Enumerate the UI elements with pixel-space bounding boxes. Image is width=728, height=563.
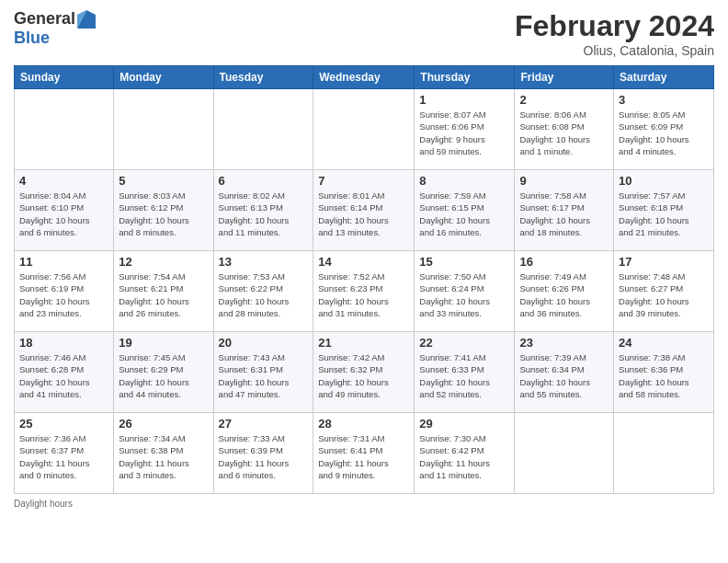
day-info: Sunrise: 8:04 AMSunset: 6:10 PMDaylight:… [19,190,108,238]
day-info: Sunrise: 7:38 AMSunset: 6:36 PMDaylight:… [619,351,709,400]
weekday-header: Thursday [415,66,515,89]
day-number: 29 [419,417,509,431]
day-info: Sunrise: 8:05 AMSunset: 6:09 PMDaylight:… [619,109,709,157]
calendar-cell: 23Sunrise: 7:39 AMSunset: 6:34 PMDayligh… [515,332,614,413]
title-block: February 2024 Olius, Catalonia, Spain [515,9,714,58]
day-number: 10 [619,174,709,188]
day-number: 3 [619,93,709,107]
calendar-cell: 19Sunrise: 7:45 AMSunset: 6:29 PMDayligh… [114,332,213,413]
day-info: Sunrise: 7:46 AMSunset: 6:28 PMDaylight:… [19,351,108,400]
calendar: SundayMondayTuesdayWednesdayThursdayFrid… [14,65,714,494]
calendar-cell: 25Sunrise: 7:36 AMSunset: 6:37 PMDayligh… [15,413,114,494]
day-info: Sunrise: 7:57 AMSunset: 6:18 PMDaylight:… [619,190,709,238]
logo-icon [77,10,96,29]
day-number: 17 [619,255,709,269]
footer: Daylight hours [14,499,714,509]
calendar-cell [114,89,213,170]
calendar-cell: 17Sunrise: 7:48 AMSunset: 6:27 PMDayligh… [614,251,714,332]
day-number: 25 [19,417,108,431]
header: General Blue February 2024 Olius, Catalo… [14,9,714,58]
day-info: Sunrise: 7:52 AMSunset: 6:23 PMDaylight:… [318,270,409,319]
weekday-row: SundayMondayTuesdayWednesdayThursdayFrid… [15,66,714,89]
calendar-cell: 10Sunrise: 7:57 AMSunset: 6:18 PMDayligh… [614,170,714,251]
calendar-cell: 15Sunrise: 7:50 AMSunset: 6:24 PMDayligh… [415,251,515,332]
calendar-cell [515,413,614,494]
day-number: 24 [619,336,709,350]
day-info: Sunrise: 7:36 AMSunset: 6:37 PMDaylight:… [19,432,108,481]
day-number: 22 [419,336,509,350]
footer-text: Daylight hours [14,499,73,509]
calendar-week-row: 4Sunrise: 8:04 AMSunset: 6:10 PMDaylight… [15,170,714,251]
weekday-header: Wednesday [313,66,415,89]
day-info: Sunrise: 7:42 AMSunset: 6:32 PMDaylight:… [318,351,409,400]
weekday-header: Tuesday [213,66,313,89]
calendar-cell: 7Sunrise: 8:01 AMSunset: 6:14 PMDaylight… [313,170,415,251]
calendar-header: SundayMondayTuesdayWednesdayThursdayFrid… [15,66,714,89]
logo: General Blue [14,9,96,48]
calendar-cell [313,89,415,170]
calendar-cell: 20Sunrise: 7:43 AMSunset: 6:31 PMDayligh… [213,332,313,413]
day-number: 7 [318,174,409,188]
day-number: 5 [119,174,208,188]
page: General Blue February 2024 Olius, Catalo… [0,0,728,563]
day-info: Sunrise: 8:06 AMSunset: 6:08 PMDaylight:… [519,109,609,157]
day-number: 4 [19,174,108,188]
day-info: Sunrise: 7:41 AMSunset: 6:33 PMDaylight:… [419,351,509,400]
day-info: Sunrise: 7:30 AMSunset: 6:42 PMDaylight:… [419,432,509,481]
calendar-cell: 11Sunrise: 7:56 AMSunset: 6:19 PMDayligh… [15,251,114,332]
calendar-cell: 1Sunrise: 8:07 AMSunset: 6:06 PMDaylight… [415,89,515,170]
day-info: Sunrise: 7:56 AMSunset: 6:19 PMDaylight:… [19,270,108,319]
day-number: 21 [318,336,409,350]
day-number: 6 [219,174,309,188]
calendar-cell: 14Sunrise: 7:52 AMSunset: 6:23 PMDayligh… [313,251,415,332]
calendar-cell: 22Sunrise: 7:41 AMSunset: 6:33 PMDayligh… [415,332,515,413]
location: Olius, Catalonia, Spain [515,43,714,58]
day-number: 14 [318,255,409,269]
calendar-body: 1Sunrise: 8:07 AMSunset: 6:06 PMDaylight… [15,89,714,494]
main-title: February 2024 [515,9,714,43]
logo-blue: Blue [14,29,50,48]
calendar-cell [614,413,714,494]
day-info: Sunrise: 8:03 AMSunset: 6:12 PMDaylight:… [119,190,208,238]
calendar-week-row: 11Sunrise: 7:56 AMSunset: 6:19 PMDayligh… [15,251,714,332]
day-info: Sunrise: 7:53 AMSunset: 6:22 PMDaylight:… [219,270,309,319]
calendar-cell: 18Sunrise: 7:46 AMSunset: 6:28 PMDayligh… [15,332,114,413]
day-number: 1 [419,93,509,107]
calendar-cell: 16Sunrise: 7:49 AMSunset: 6:26 PMDayligh… [515,251,614,332]
calendar-cell: 28Sunrise: 7:31 AMSunset: 6:41 PMDayligh… [313,413,415,494]
calendar-week-row: 18Sunrise: 7:46 AMSunset: 6:28 PMDayligh… [15,332,714,413]
calendar-cell: 3Sunrise: 8:05 AMSunset: 6:09 PMDaylight… [614,89,714,170]
day-number: 26 [119,417,208,431]
calendar-week-row: 25Sunrise: 7:36 AMSunset: 6:37 PMDayligh… [15,413,714,494]
calendar-cell: 8Sunrise: 7:59 AMSunset: 6:15 PMDaylight… [415,170,515,251]
calendar-cell: 4Sunrise: 8:04 AMSunset: 6:10 PMDaylight… [15,170,114,251]
calendar-cell: 2Sunrise: 8:06 AMSunset: 6:08 PMDaylight… [515,89,614,170]
day-info: Sunrise: 7:54 AMSunset: 6:21 PMDaylight:… [119,270,208,319]
day-number: 28 [318,417,409,431]
day-number: 18 [19,336,108,350]
day-info: Sunrise: 7:39 AMSunset: 6:34 PMDaylight:… [519,351,609,400]
weekday-header: Monday [114,66,213,89]
day-number: 13 [219,255,309,269]
day-number: 27 [219,417,309,431]
calendar-cell: 9Sunrise: 7:58 AMSunset: 6:17 PMDaylight… [515,170,614,251]
calendar-cell: 29Sunrise: 7:30 AMSunset: 6:42 PMDayligh… [415,413,515,494]
calendar-cell: 13Sunrise: 7:53 AMSunset: 6:22 PMDayligh… [213,251,313,332]
day-info: Sunrise: 8:02 AMSunset: 6:13 PMDaylight:… [219,190,309,238]
day-number: 16 [519,255,609,269]
calendar-cell: 26Sunrise: 7:34 AMSunset: 6:38 PMDayligh… [114,413,213,494]
day-number: 11 [19,255,108,269]
calendar-week-row: 1Sunrise: 8:07 AMSunset: 6:06 PMDaylight… [15,89,714,170]
day-number: 8 [419,174,509,188]
day-info: Sunrise: 7:48 AMSunset: 6:27 PMDaylight:… [619,270,709,319]
calendar-cell [15,89,114,170]
day-info: Sunrise: 7:31 AMSunset: 6:41 PMDaylight:… [318,432,409,481]
day-number: 23 [519,336,609,350]
day-info: Sunrise: 7:34 AMSunset: 6:38 PMDaylight:… [119,432,208,481]
day-number: 19 [119,336,208,350]
day-number: 2 [519,93,609,107]
calendar-cell: 24Sunrise: 7:38 AMSunset: 6:36 PMDayligh… [614,332,714,413]
day-number: 20 [219,336,309,350]
day-info: Sunrise: 8:01 AMSunset: 6:14 PMDaylight:… [318,190,409,238]
calendar-cell: 6Sunrise: 8:02 AMSunset: 6:13 PMDaylight… [213,170,313,251]
